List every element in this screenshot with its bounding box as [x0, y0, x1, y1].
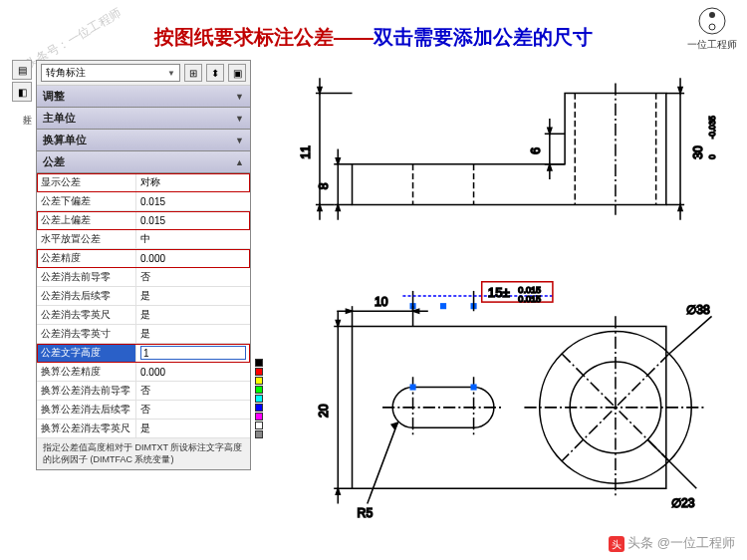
property-value[interactable]: 是: [136, 325, 250, 343]
svg-text:0.015: 0.015: [518, 294, 541, 304]
svg-text:R5: R5: [358, 506, 374, 520]
svg-text:20: 20: [317, 404, 331, 418]
property-value[interactable]: [136, 344, 250, 362]
property-row[interactable]: 换算公差消去零英尺是: [37, 420, 250, 438]
property-row[interactable]: 公差消去零英尺是: [37, 306, 250, 325]
section-main-unit[interactable]: 主单位▼: [37, 108, 250, 130]
svg-line-56: [368, 422, 398, 503]
property-row[interactable]: 公差上偏差0.015: [37, 211, 250, 230]
property-label: 换算公差精度: [37, 363, 136, 381]
svg-text:11: 11: [299, 145, 313, 159]
icon-btn-3[interactable]: ▣: [228, 64, 246, 82]
chevron-down-icon: ▼: [235, 92, 244, 102]
property-label: 公差消去零英寸: [37, 325, 136, 343]
property-row[interactable]: 水平放置公差中: [37, 230, 250, 249]
section-alt-unit[interactable]: 换算单位▼: [37, 130, 250, 151]
svg-text:8: 8: [317, 182, 331, 189]
property-label: 显示公差: [37, 173, 136, 191]
color-palette[interactable]: [255, 359, 265, 439]
section-adjust[interactable]: 调整▼: [37, 86, 250, 108]
property-label: 公差下偏差: [37, 192, 136, 210]
tool-1[interactable]: ▤: [12, 60, 32, 80]
panel-header-row: 转角标注▼ ⊞ ⬍ ▣: [37, 61, 250, 86]
chevron-down-icon: ▼: [235, 136, 244, 145]
properties-panel: 转角标注▼ ⊞ ⬍ ▣ 调整▼ 主单位▼ 换算单位▼ 公差▲ 显示公差对称公差下…: [36, 60, 251, 470]
cad-drawing-area[interactable]: 6 8 11 30 0 -0.035 10: [261, 62, 737, 530]
watermark-bottom: 头 头条 @一位工程师: [609, 534, 735, 552]
left-toolbar: ▤ ◧ 标注: [12, 60, 34, 112]
chevron-down-icon: ▼: [167, 69, 175, 78]
property-value[interactable]: 是: [136, 287, 250, 305]
property-label: 公差精度: [37, 249, 136, 267]
svg-text:∅38: ∅38: [686, 303, 710, 317]
help-text: 指定公差值高度相对于 DIMTXT 所设标注文字高度的比例因子 (DIMTFAC…: [37, 438, 250, 469]
section-tolerance[interactable]: 公差▲: [37, 151, 250, 173]
svg-text:0: 0: [708, 154, 717, 159]
property-input[interactable]: [140, 346, 246, 360]
property-value[interactable]: 是: [136, 420, 250, 437]
property-value[interactable]: 对称: [136, 173, 250, 191]
property-label: 换算公差消去零英尺: [37, 420, 136, 437]
property-value[interactable]: 0.015: [136, 192, 250, 210]
svg-text:15±: 15±: [488, 285, 510, 300]
property-label: 水平放置公差: [37, 230, 136, 248]
property-label: 公差消去后续零: [37, 287, 136, 305]
svg-text:10: 10: [374, 295, 388, 309]
property-label: 换算公差消去前导零: [37, 382, 136, 400]
svg-line-58: [669, 316, 712, 354]
property-value[interactable]: 否: [136, 401, 250, 419]
property-row[interactable]: 公差消去后续零是: [37, 287, 250, 306]
sidebar-label: 标注: [12, 104, 34, 112]
svg-rect-38: [440, 303, 446, 309]
svg-point-2: [709, 24, 715, 30]
toutiao-icon: 头: [609, 536, 624, 552]
property-row[interactable]: 换算公差精度0.000: [37, 363, 250, 382]
tool-2[interactable]: ◧: [12, 82, 32, 102]
svg-text:30: 30: [691, 145, 705, 159]
logo-icon: [697, 6, 727, 36]
style-combo[interactable]: 转角标注▼: [41, 64, 180, 82]
property-label: 公差消去前导零: [37, 268, 136, 286]
property-value[interactable]: 中: [136, 230, 250, 248]
svg-text:头: 头: [612, 539, 622, 550]
svg-text:∅23: ∅23: [671, 496, 695, 510]
property-value[interactable]: 0.015: [136, 211, 250, 229]
property-label: 公差文字高度: [37, 344, 136, 362]
chevron-up-icon: ▲: [235, 157, 244, 167]
property-label: 公差上偏差: [37, 211, 136, 229]
property-row[interactable]: 公差消去前导零否: [37, 268, 250, 287]
svg-line-60: [648, 439, 697, 488]
svg-point-1: [709, 12, 715, 18]
property-list: 显示公差对称公差下偏差0.015公差上偏差0.015水平放置公差中公差精度0.0…: [37, 173, 250, 438]
svg-rect-39: [410, 384, 416, 390]
property-row[interactable]: 公差下偏差0.015: [37, 192, 250, 211]
page-title: 按图纸要求标注公差——双击需要添加公差的尺寸: [0, 24, 747, 51]
property-label: 公差消去零英尺: [37, 306, 136, 324]
property-value[interactable]: 是: [136, 306, 250, 324]
svg-text:-0.035: -0.035: [708, 116, 717, 140]
property-value[interactable]: 否: [136, 382, 250, 400]
chevron-down-icon: ▼: [235, 114, 244, 124]
icon-btn-1[interactable]: ⊞: [184, 64, 202, 82]
property-value[interactable]: 否: [136, 268, 250, 286]
property-row[interactable]: 换算公差消去后续零否: [37, 401, 250, 420]
svg-rect-40: [471, 384, 477, 390]
property-value[interactable]: 0.000: [136, 249, 250, 267]
property-label: 换算公差消去后续零: [37, 401, 136, 419]
property-row[interactable]: 换算公差消去前导零否: [37, 382, 250, 401]
property-row[interactable]: 显示公差对称: [37, 173, 250, 192]
property-row[interactable]: 公差文字高度: [37, 344, 250, 363]
property-value[interactable]: 0.000: [136, 363, 250, 381]
svg-text:6: 6: [529, 147, 543, 154]
author-logo: 一位工程师: [687, 6, 737, 52]
property-row[interactable]: 公差消去零英寸是: [37, 325, 250, 344]
property-row[interactable]: 公差精度0.000: [37, 249, 250, 268]
icon-btn-2[interactable]: ⬍: [206, 64, 224, 82]
